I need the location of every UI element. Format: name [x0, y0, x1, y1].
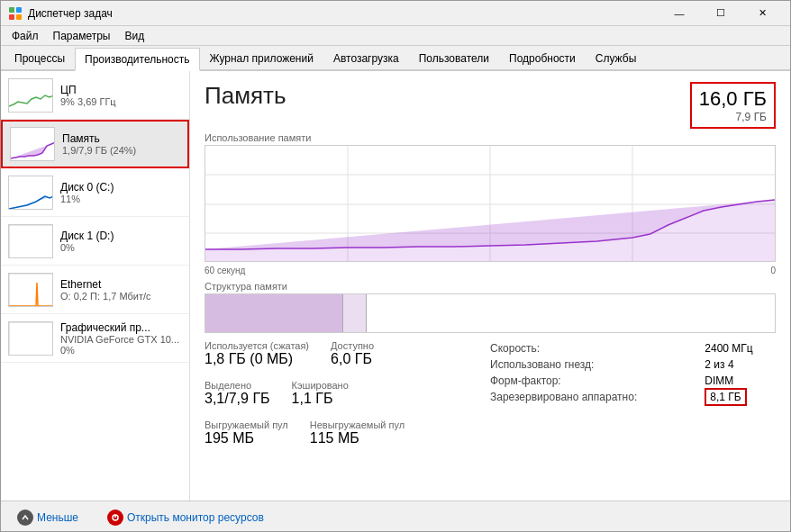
cached-stat: Кэшировано 1,1 ГБ: [292, 380, 349, 407]
stats-right: Скорость: 2400 МГц Использовано гнезд: 2…: [490, 340, 776, 454]
usage-label: Использование памяти: [205, 132, 776, 143]
cpu-info: ЦП 9% 3,69 ГГц: [60, 84, 182, 107]
used-stat: Используется (сжатая) 1,8 ГБ (0 МБ): [205, 340, 309, 367]
tab-app-history[interactable]: Журнал приложений: [200, 46, 323, 69]
monitor-label: Открыть монитор ресурсов: [127, 511, 264, 524]
svg-rect-2: [9, 14, 14, 20]
paged-out-value: 195 МБ: [205, 430, 288, 446]
sidebar-item-disk0[interactable]: Диск 0 (C:) 11%: [1, 168, 189, 217]
used-value: 1,8 ГБ (0 МБ): [205, 351, 309, 367]
less-icon: [17, 509, 33, 526]
ethernet-value: О: 0,2 П: 1,7 Мбит/с: [60, 291, 182, 302]
disk1-info: Диск 1 (D:) 0%: [60, 230, 182, 253]
gpu-value: NVIDIA GeForce GTX 10...: [60, 334, 182, 345]
menu-view[interactable]: Вид: [117, 28, 151, 44]
struct-empty-segment: [367, 294, 775, 332]
available-value: 6,0 ГБ: [331, 351, 374, 367]
maximize-button[interactable]: ☐: [700, 1, 741, 26]
monitor-icon: [107, 509, 123, 526]
total-memory-value: 16,0 ГБ: [699, 87, 767, 111]
paged-out-label: Выгружаемый пул: [205, 419, 288, 430]
tab-processes[interactable]: Процессы: [5, 46, 75, 69]
sidebar-item-ethernet[interactable]: Ethernet О: 0,2 П: 1,7 Мбит/с: [1, 266, 189, 314]
content-header: Память 16,0 ГБ 7,9 ГБ: [205, 82, 776, 129]
window-controls: — ☐ ✕: [659, 1, 783, 26]
svg-rect-3: [16, 14, 22, 20]
form-value: DIMM: [694, 373, 776, 389]
tab-users[interactable]: Пользователи: [409, 46, 499, 69]
memory-value: 1,9/7,9 ГБ (24%): [62, 145, 180, 156]
disk0-info: Диск 0 (C:) 11%: [60, 181, 182, 204]
hw-reserved-box: 8,1 ГБ: [705, 388, 746, 406]
ethernet-info: Ethernet О: 0,2 П: 1,7 Мбит/с: [60, 278, 182, 302]
cpu-mini-chart: [8, 78, 53, 113]
svg-rect-7: [9, 322, 53, 356]
svg-rect-6: [9, 274, 53, 307]
hw-reserved-value: 8,1 ГБ: [694, 389, 776, 405]
disk1-value: 0%: [60, 242, 182, 253]
less-label: Меньше: [37, 511, 78, 524]
allocated-stat: Выделено 3,1/7,9 ГБ: [205, 380, 270, 407]
gpu-info: Графический пр... NVIDIA GeForce GTX 10.…: [60, 321, 182, 356]
non-paged-value: 115 МБ: [310, 430, 405, 446]
hw-reserved-label: Зарезервировано аппаратно:: [490, 389, 694, 405]
close-button[interactable]: ✕: [741, 1, 783, 26]
gpu-mini-chart: [8, 321, 53, 356]
bottombar: Меньше Открыть монитор ресурсов: [1, 500, 790, 532]
used-label: Используется (сжатая): [205, 340, 309, 351]
svg-rect-1: [16, 7, 22, 13]
cpu-label: ЦП: [60, 84, 182, 96]
hw-reserved-row: Зарезервировано аппаратно: 8,1 ГБ: [490, 389, 776, 405]
less-button[interactable]: Меньше: [12, 506, 84, 529]
available-stat: Доступно 6,0 ГБ: [331, 340, 374, 367]
total-memory-sub: 7,9 ГБ: [699, 111, 767, 123]
content-panel: Память 16,0 ГБ 7,9 ГБ Использование памя…: [190, 71, 790, 500]
cached-label: Кэшировано: [292, 380, 349, 391]
tab-performance[interactable]: Производительность: [75, 48, 199, 71]
slots-value: 2 из 4: [694, 356, 776, 373]
page-title: Память: [205, 82, 286, 110]
sidebar-item-cpu[interactable]: ЦП 9% 3,69 ГГц: [1, 71, 189, 120]
tab-details[interactable]: Подробности: [499, 46, 586, 69]
allocated-value: 3,1/7,9 ГБ: [205, 391, 270, 407]
tabbar: Процессы Производительность Журнал прило…: [1, 46, 790, 71]
memory-label: Память: [62, 132, 180, 145]
speed-value: 2400 МГц: [694, 340, 776, 356]
ethernet-mini-chart: [8, 273, 53, 307]
app-icon: [8, 6, 23, 21]
minimize-button[interactable]: —: [659, 1, 700, 26]
timeline-right: 0: [770, 266, 776, 275]
tab-startup[interactable]: Автозагрузка: [323, 46, 409, 69]
struct-used-segment: [205, 294, 342, 332]
sidebar-item-gpu[interactable]: Графический пр... NVIDIA GeForce GTX 10.…: [1, 314, 189, 363]
disk1-label: Диск 1 (D:): [60, 230, 182, 242]
menu-params[interactable]: Параметры: [46, 28, 118, 44]
tab-services[interactable]: Службы: [586, 46, 646, 69]
sidebar-item-memory[interactable]: Память 1,9/7,9 ГБ (24%): [1, 120, 189, 168]
non-paged-stat: Невыгружаемый пул 115 МБ: [310, 419, 405, 446]
graph-timeline: 60 секунд 0: [205, 266, 776, 275]
window-title: Диспетчер задач: [28, 7, 659, 20]
disk0-label: Диск 0 (C:): [60, 181, 182, 194]
available-label: Доступно: [331, 340, 374, 351]
gpu-label: Графический пр...: [60, 321, 182, 334]
cached-value: 1,1 ГБ: [292, 391, 349, 407]
menu-file[interactable]: Файл: [5, 28, 46, 44]
timeline-left: 60 секунд: [205, 266, 245, 275]
total-memory-box: 16,0 ГБ 7,9 ГБ: [690, 82, 776, 129]
monitor-button[interactable]: Открыть монитор ресурсов: [102, 506, 269, 529]
svg-rect-5: [9, 225, 53, 258]
memory-info: Память 1,9/7,9 ГБ (24%): [62, 132, 180, 156]
disk0-mini-chart: [8, 176, 53, 210]
struct-segment2: [343, 294, 366, 332]
memory-mini-chart: [10, 127, 55, 161]
sidebar-item-disk1[interactable]: Диск 1 (D:) 0%: [1, 217, 189, 266]
memory-structure-bar: [205, 293, 776, 333]
paged-out-stat: Выгружаемый пул 195 МБ: [205, 419, 288, 446]
main-area: ЦП 9% 3,69 ГГц Память 1,9/7,9 ГБ (24%): [1, 71, 790, 500]
form-label: Форм-фактор:: [490, 373, 694, 389]
allocated-label: Выделено: [205, 380, 270, 391]
sidebar: ЦП 9% 3,69 ГГц Память 1,9/7,9 ГБ (24%): [1, 71, 190, 500]
cpu-value: 9% 3,69 ГГц: [60, 96, 182, 107]
gpu-percent: 0%: [60, 345, 182, 356]
